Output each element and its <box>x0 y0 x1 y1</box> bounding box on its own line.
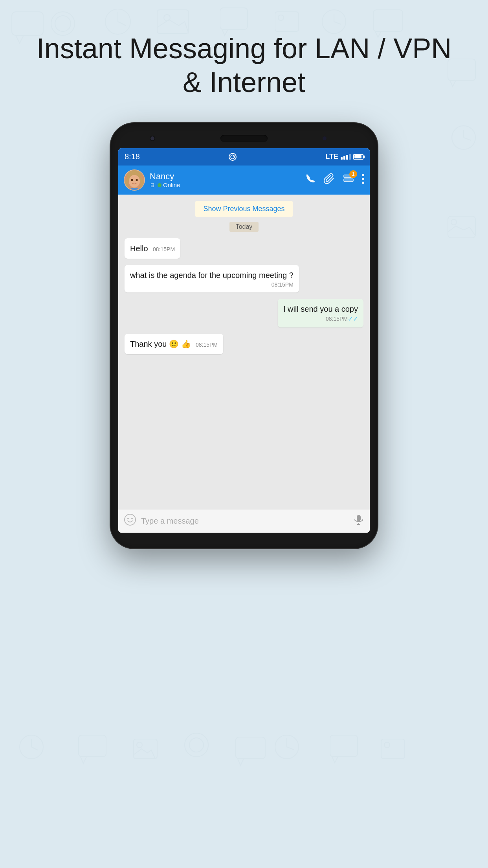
svg-marker-28 <box>238 759 244 765</box>
message-bubble-sent: I will send you a copy 08:15PM ✓✓ <box>278 299 363 327</box>
signal-bar-2 <box>343 156 345 160</box>
svg-line-15 <box>334 22 341 24</box>
svg-point-8 <box>164 15 170 21</box>
status-bar: 8:18 LTE <box>118 148 370 166</box>
svg-rect-9 <box>220 8 248 29</box>
svg-line-31 <box>287 747 294 750</box>
message-footer: 08:15PM ✓✓ <box>283 315 358 323</box>
microphone-button[interactable] <box>353 514 364 528</box>
svg-line-40 <box>464 138 471 140</box>
svg-rect-58 <box>357 515 361 521</box>
svg-point-42 <box>451 219 457 225</box>
svg-point-52 <box>362 174 364 176</box>
svg-marker-22 <box>81 757 86 763</box>
svg-point-24 <box>137 742 142 748</box>
contact-info: Nancy 🖥 Online <box>150 171 301 188</box>
front-camera <box>150 136 155 141</box>
message-bubble-received: what is the agenda for the upcoming meet… <box>125 265 299 292</box>
svg-point-55 <box>125 514 136 525</box>
svg-point-57 <box>131 518 133 519</box>
svg-rect-32 <box>330 735 358 757</box>
svg-marker-33 <box>332 757 338 763</box>
svg-line-20 <box>31 747 38 750</box>
svg-point-12 <box>278 15 284 20</box>
svg-point-25 <box>185 733 208 757</box>
message-text: Thank you 🙂 👍 <box>130 340 191 348</box>
signal-bar-4 <box>349 154 351 160</box>
signal-bars <box>341 154 351 160</box>
message-footer: 08:15PM <box>130 281 294 288</box>
phone-speaker <box>220 135 268 142</box>
svg-point-29 <box>275 735 299 759</box>
svg-rect-51 <box>344 179 353 182</box>
svg-point-35 <box>384 742 390 748</box>
contact-status: 🖥 Online <box>150 182 301 188</box>
more-options-button[interactable] <box>362 174 364 186</box>
show-previous-messages-button[interactable]: Show Previous Messages <box>195 201 292 217</box>
emoji-button[interactable] <box>124 513 136 529</box>
sensor <box>323 136 327 140</box>
battery-fill <box>354 155 361 158</box>
call-button[interactable] <box>306 174 316 186</box>
date-label-text: Today <box>229 222 259 232</box>
message-text: Hello <box>130 244 148 253</box>
message-bubble-received: Thank you 🙂 👍 08:15PM <box>125 334 223 354</box>
svg-point-13 <box>322 10 346 33</box>
svg-rect-7 <box>157 10 189 33</box>
svg-rect-21 <box>79 735 106 757</box>
avatar <box>124 169 145 191</box>
svg-point-49 <box>136 179 138 181</box>
svg-point-38 <box>452 126 475 149</box>
svg-rect-34 <box>381 739 405 759</box>
svg-line-6 <box>118 22 126 26</box>
svg-rect-27 <box>236 737 265 759</box>
message-text: what is the agenda for the upcoming meet… <box>130 271 294 280</box>
message-input[interactable] <box>141 517 349 526</box>
notification-badge: 1 <box>349 170 357 178</box>
message-text: I will send you a copy <box>283 305 358 313</box>
svg-point-56 <box>127 518 129 519</box>
chat-area: Show Previous Messages Today Hello 08:15… <box>118 195 370 509</box>
message-time: 08:15PM <box>153 246 175 252</box>
message-row: I will send you a copy 08:15PM ✓✓ <box>125 299 363 331</box>
message-time: 08:15PM <box>272 281 294 288</box>
status-text: Online <box>163 182 180 188</box>
page-title: Instant Messaging for LAN / VPN & Intern… <box>5 31 483 99</box>
svg-rect-41 <box>448 216 475 238</box>
input-bar <box>118 509 370 533</box>
lte-label: LTE <box>325 153 338 161</box>
online-indicator <box>158 183 161 187</box>
svg-point-53 <box>362 178 364 180</box>
avatar-container[interactable] <box>124 169 145 191</box>
status-time: 8:18 <box>125 152 140 161</box>
date-label: Today <box>125 222 363 232</box>
message-row: Thank you 🙂 👍 08:15PM <box>125 334 363 358</box>
svg-point-47 <box>129 175 140 188</box>
message-row: what is the agenda for the upcoming meet… <box>125 265 363 296</box>
phone-top-bar <box>118 135 370 142</box>
stack-button[interactable]: 1 <box>343 173 354 187</box>
svg-rect-23 <box>134 739 157 759</box>
read-receipt-icon: ✓✓ <box>348 315 358 323</box>
signal-bar-1 <box>341 157 343 160</box>
battery-icon <box>353 154 363 160</box>
contact-name: Nancy <box>150 171 301 182</box>
device-icon: 🖥 <box>150 182 155 188</box>
attachment-button[interactable] <box>324 173 335 187</box>
svg-point-4 <box>105 9 130 34</box>
phone-screen: 8:18 LTE <box>118 148 370 533</box>
header-actions: 1 <box>306 173 364 187</box>
svg-point-54 <box>362 182 364 184</box>
message-bubble-received: Hello 08:15PM <box>125 238 180 259</box>
status-icons: LTE <box>325 153 363 161</box>
signal-bar-3 <box>346 155 348 160</box>
message-time: 08:15PM <box>326 316 348 322</box>
message-row: Hello 08:15PM <box>125 238 363 263</box>
chat-empty-space <box>125 360 363 502</box>
phone-frame: 8:18 LTE <box>110 123 378 548</box>
svg-point-48 <box>131 179 133 181</box>
svg-rect-11 <box>275 12 299 31</box>
svg-point-26 <box>189 738 204 752</box>
svg-point-18 <box>20 735 43 759</box>
svg-point-3 <box>55 16 71 31</box>
